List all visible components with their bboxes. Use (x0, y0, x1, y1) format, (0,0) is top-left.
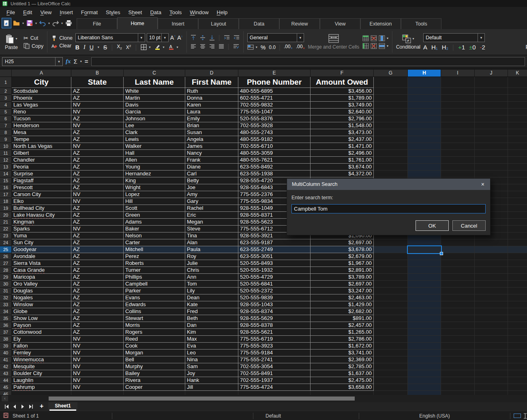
cell-G45[interactable] (374, 384, 408, 391)
cell-G7[interactable] (374, 122, 408, 129)
header-cell-amount[interactable]: Amount Owed (311, 77, 374, 88)
highlight-dropdown-arrow-icon[interactable]: ▾ (163, 45, 164, 49)
cell-F42[interactable]: $2,785.00 (311, 363, 374, 370)
row-header-33[interactable]: 33 (0, 301, 12, 308)
align-top-icon[interactable] (191, 35, 196, 41)
menu-item-data[interactable]: Data (146, 8, 165, 17)
cell-G10[interactable] (374, 143, 408, 150)
align-vertical-center-icon[interactable] (200, 35, 206, 41)
cell-K22[interactable] (508, 226, 527, 232)
cell-A23[interactable]: Yuma (12, 232, 71, 239)
name-box-input[interactable] (2, 59, 55, 64)
cell-A20[interactable]: Lake Havasu City (12, 212, 71, 219)
cell-K34[interactable] (508, 308, 527, 315)
cell-A18[interactable]: Elko (12, 198, 71, 205)
cell-B31[interactable]: AZ (71, 288, 124, 294)
cell-K12[interactable] (508, 157, 527, 164)
cell-K37[interactable] (508, 329, 527, 336)
cell-I41[interactable] (441, 356, 475, 363)
menu-item-edit[interactable]: Edit (19, 8, 36, 17)
cell-F45[interactable]: $3,658.00 (311, 384, 374, 391)
cell-E11[interactable]: 480-555-3059 (238, 150, 311, 157)
cell-A40[interactable]: Fernley (12, 350, 71, 356)
cell-A26[interactable]: Avondale (12, 253, 71, 260)
cell-I35[interactable] (441, 315, 475, 322)
cell-E39[interactable]: 775-555-3923 (238, 343, 311, 350)
style-bad-button[interactable]: -2 (480, 44, 485, 51)
cell-K13[interactable] (508, 164, 527, 171)
cell-C29[interactable]: Phillips (124, 274, 185, 281)
row-header-16[interactable]: 16 (0, 184, 12, 191)
row-header-1[interactable]: 1 (0, 77, 12, 88)
cell-D29[interactable]: Ann (185, 274, 238, 281)
row-header-26[interactable]: 26 (0, 253, 12, 260)
cell-E38[interactable]: 775-555-6719 (238, 336, 311, 343)
cell-E36[interactable]: 928-555-8378 (238, 322, 311, 329)
align-center-icon[interactable] (200, 44, 206, 49)
cell-E26[interactable]: 623-555-3051 (238, 253, 311, 260)
cell-K44[interactable] (508, 377, 527, 384)
cell-F33[interactable]: $1,429.00 (311, 301, 374, 308)
cell-A45[interactable]: Pahrump (12, 384, 71, 391)
cell-A17[interactable]: Carson City (12, 191, 71, 198)
cell-E6[interactable]: 520-555-8376 (238, 115, 311, 122)
cell-I36[interactable] (441, 322, 475, 329)
cell-A35[interactable]: Show Low (12, 315, 71, 322)
percent-format-button[interactable]: % (261, 44, 266, 51)
add-sheet-icon[interactable]: + (35, 403, 48, 411)
ok-button[interactable]: OK (416, 220, 449, 231)
cell-style-dropdown-arrow-icon[interactable]: ▾ (478, 34, 484, 42)
cell-I10[interactable] (441, 143, 475, 150)
cell-J9[interactable] (475, 136, 508, 143)
cell-G3[interactable] (374, 95, 408, 102)
cell-A33[interactable]: Winslow (12, 301, 71, 308)
cell-B44[interactable]: NV (71, 377, 124, 384)
add-decimal-button[interactable]: .00+ (284, 44, 293, 50)
cell-I5[interactable] (441, 109, 475, 115)
cell-J29[interactable] (475, 274, 508, 281)
cell-K36[interactable] (508, 322, 527, 329)
cell-G29[interactable] (374, 274, 408, 281)
cell-D21[interactable]: Megan (185, 219, 238, 226)
cell-J27[interactable] (475, 260, 508, 267)
cell-I29[interactable] (441, 274, 475, 281)
cell-G14[interactable] (374, 171, 408, 177)
cell-A6[interactable]: Tucson (12, 115, 71, 122)
cell-K45[interactable] (508, 384, 527, 391)
shrink-font-button[interactable]: A↓ (177, 34, 182, 41)
new-document-button[interactable] (2, 18, 11, 28)
row-header-5[interactable]: 5 (0, 109, 12, 115)
language-status[interactable]: English (USA) (359, 411, 510, 420)
cell-C5[interactable]: Garcia (124, 109, 185, 115)
cell-E31[interactable]: 520-555-2372 (238, 288, 311, 294)
cell-B29[interactable]: AZ (71, 274, 124, 281)
cell-I30[interactable] (441, 281, 475, 288)
cell-G37[interactable] (374, 329, 408, 336)
menu-item-tools[interactable]: Tools (165, 8, 186, 17)
row-header-12[interactable]: 12 (0, 157, 12, 164)
cell-E32[interactable]: 520-555-9839 (238, 294, 311, 301)
menu-item-styles[interactable]: Styles (102, 8, 124, 17)
row-header-31[interactable]: 31 (0, 288, 12, 294)
cell-H41[interactable] (408, 356, 441, 363)
column-header-D[interactable]: D (185, 70, 238, 77)
cell-C30[interactable]: Campbell (124, 281, 185, 288)
cell-H39[interactable] (408, 343, 441, 350)
cell-E44[interactable]: 702-555-1937 (238, 377, 311, 384)
cell-I1[interactable] (441, 77, 475, 88)
cell-B15[interactable]: AZ (71, 177, 124, 184)
style-heading1-button[interactable]: H1 (431, 44, 438, 51)
cell-C21[interactable]: Adams (124, 219, 185, 226)
cell-K25[interactable] (508, 246, 527, 253)
cell-E14[interactable]: 623-555-1938 (238, 171, 311, 177)
row-header-38[interactable]: 38 (0, 336, 12, 343)
cell-F5[interactable]: $2,640.00 (311, 109, 374, 115)
cell-K5[interactable] (508, 109, 527, 115)
row-header-6[interactable]: 6 (0, 115, 12, 122)
cell-D14[interactable]: Carl (185, 171, 238, 177)
cell-J10[interactable] (475, 143, 508, 150)
cell-C9[interactable]: Lewis (124, 136, 185, 143)
cell-G33[interactable] (374, 301, 408, 308)
cell-D8[interactable]: Susan (185, 129, 238, 136)
cell-I42[interactable] (441, 363, 475, 370)
